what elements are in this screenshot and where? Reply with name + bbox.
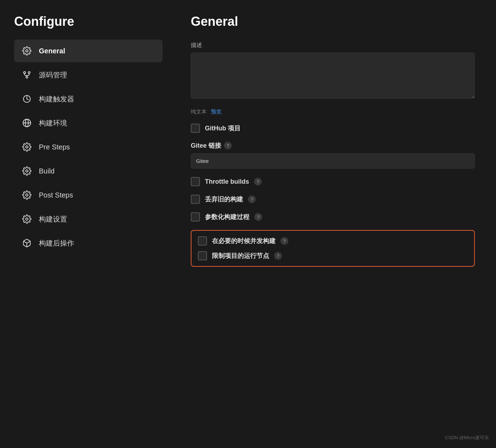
sidebar-item-source-control[interactable]: 源码管理 <box>14 64 163 86</box>
svg-point-1 <box>28 72 30 73</box>
build-trigger-icon <box>21 93 33 105</box>
parameterize-help-badge[interactable]: ? <box>254 213 262 221</box>
sidebar-item-post-steps-label: Post Steps <box>39 191 73 199</box>
sidebar-item-build-env[interactable]: 构建环境 <box>14 112 163 134</box>
build-env-icon <box>21 117 33 129</box>
highlighted-section: 在必要的时候并发构建 ? 限制项目的运行节点 ? <box>191 230 475 267</box>
sidebar-item-post-build[interactable]: 构建后操作 <box>14 232 163 254</box>
sidebar: Configure General 源码 <box>0 14 170 434</box>
restrict-nodes-row: 限制项目的运行节点 ? <box>198 251 468 260</box>
discard-old-help-badge[interactable]: ? <box>248 195 256 203</box>
source-control-icon <box>21 69 33 81</box>
sidebar-item-post-build-label: 构建后操作 <box>39 238 74 248</box>
text-mode-row: 纯文本 预览 <box>191 108 475 115</box>
main-content: General 描述 纯文本 预览 GitHub 项目 Gitee 链接 ? <box>170 14 496 434</box>
sidebar-item-build-settings[interactable]: 构建设置 <box>14 208 163 230</box>
pre-steps-icon <box>21 141 33 153</box>
text-mode-preview[interactable]: 预览 <box>211 108 222 115</box>
parameterize-label: 参数化构建过程 <box>205 213 249 221</box>
parameterize-row: 参数化构建过程 ? <box>191 212 475 222</box>
throttle-builds-help-badge[interactable]: ? <box>254 178 262 185</box>
sidebar-item-pre-steps-label: Pre Steps <box>39 143 70 151</box>
gear-icon <box>21 45 33 57</box>
description-label: 描述 <box>191 42 475 49</box>
parameterize-checkbox[interactable] <box>191 212 200 222</box>
sidebar-item-pre-steps[interactable]: Pre Steps <box>14 136 163 158</box>
concurrent-help-badge[interactable]: ? <box>281 237 288 245</box>
package-icon <box>21 237 33 249</box>
svg-point-0 <box>24 72 25 73</box>
restrict-nodes-label: 限制项目的运行节点 <box>212 252 269 260</box>
github-project-label: GitHub 项目 <box>205 124 241 132</box>
discard-old-checkbox[interactable] <box>191 195 200 204</box>
throttle-builds-checkbox[interactable] <box>191 177 200 186</box>
gitee-section: Gitee 链接 ? <box>191 141 475 169</box>
github-project-checkbox[interactable] <box>191 124 200 133</box>
sidebar-item-build-label: Build <box>39 167 54 175</box>
build-settings-icon <box>21 213 33 225</box>
text-mode-plain[interactable]: 纯文本 <box>191 108 207 115</box>
description-section: 描述 <box>191 42 475 100</box>
page-title: General <box>191 14 475 29</box>
sidebar-item-general[interactable]: General <box>14 40 163 62</box>
concurrent-row: 在必要的时候并发构建 ? <box>198 236 468 246</box>
gitee-help-badge[interactable]: ? <box>224 142 232 149</box>
watermark: CSDN @Micro麦可乐 <box>445 435 489 441</box>
description-textarea[interactable] <box>191 53 475 99</box>
throttle-builds-label: Throttle builds <box>205 178 249 185</box>
build-icon <box>21 165 33 177</box>
sidebar-item-general-label: General <box>39 47 65 55</box>
sidebar-item-build-trigger[interactable]: 构建触发器 <box>14 88 163 110</box>
sidebar-item-source-label: 源码管理 <box>39 70 67 80</box>
sidebar-item-build-settings-label: 构建设置 <box>39 214 67 224</box>
sidebar-item-env-label: 构建环境 <box>39 118 67 128</box>
gitee-label: Gitee 链接 <box>191 141 221 150</box>
sidebar-item-build[interactable]: Build <box>14 160 163 182</box>
concurrent-checkbox[interactable] <box>198 236 207 246</box>
svg-point-2 <box>26 76 28 78</box>
concurrent-label: 在必要的时候并发构建 <box>212 237 276 245</box>
sidebar-title: Configure <box>14 14 163 29</box>
sidebar-item-trigger-label: 构建触发器 <box>39 94 74 104</box>
discard-old-row: 丢弃旧的构建 ? <box>191 195 475 204</box>
restrict-nodes-checkbox[interactable] <box>198 251 207 260</box>
sidebar-item-post-steps[interactable]: Post Steps <box>14 184 163 206</box>
gitee-input[interactable] <box>191 153 475 169</box>
discard-old-label: 丢弃旧的构建 <box>205 195 243 204</box>
throttle-builds-row: Throttle builds ? <box>191 177 475 186</box>
github-project-row: GitHub 项目 <box>191 124 475 133</box>
restrict-nodes-help-badge[interactable]: ? <box>274 252 282 260</box>
gitee-label-row: Gitee 链接 ? <box>191 141 475 150</box>
post-steps-icon <box>21 189 33 201</box>
